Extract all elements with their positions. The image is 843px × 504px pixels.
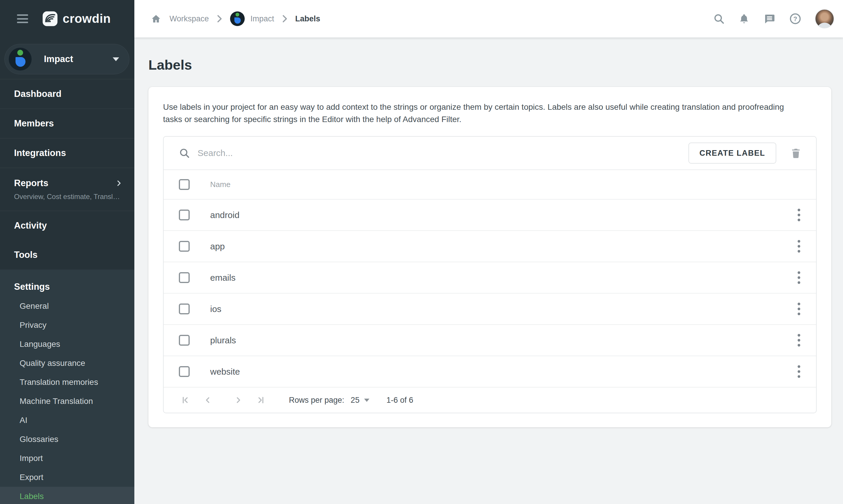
label-name: plurals [210,336,795,345]
sidebar-item-reports[interactable]: Reports Overview, Cost estimate, Transl… [0,168,134,211]
sidebar-item-tools[interactable]: Tools [0,240,134,270]
sidebar-item-machine-translation[interactable]: Machine Translation [0,392,134,411]
help-icon[interactable]: ? [789,13,802,25]
search-input[interactable] [198,148,688,158]
labels-description: Use labels in your project for an easy w… [163,101,801,126]
home-icon[interactable] [151,14,161,24]
project-name: Impact [44,54,113,65]
label-name: ios [210,304,795,314]
kebab-menu-icon[interactable] [795,268,803,287]
table-header: Name [164,169,816,199]
sidebar-item-privacy[interactable]: Privacy [0,316,134,335]
breadcrumb-project[interactable]: Impact [251,14,274,23]
magnifier-icon [179,147,190,159]
sidebar-item-quality-assurance[interactable]: Quality assurance [0,354,134,373]
sidebar-settings-section: Settings General Privacy Languages Quali… [0,270,134,504]
chevron-right-icon [217,15,222,22]
sidebar-item-export[interactable]: Export [0,468,134,487]
topbar: Workspace Impact Labels [134,0,843,37]
row-checkbox[interactable] [179,335,190,346]
page-title: Labels [148,57,831,73]
table-row[interactable]: emails [164,262,816,293]
next-page-icon[interactable] [232,393,245,407]
name-column-header: Name [210,180,230,189]
search-icon[interactable] [713,13,725,24]
sidebar-item-members[interactable]: Members [0,109,134,138]
kebab-menu-icon[interactable] [795,362,803,381]
rows-per-page-value: 25 [351,396,359,405]
row-checkbox[interactable] [179,210,190,220]
chevron-down-icon [364,399,370,402]
rows-per-page-label: Rows per page: [289,396,344,405]
row-checkbox[interactable] [179,272,190,283]
row-checkbox[interactable] [179,366,190,377]
chevron-right-icon [115,179,123,187]
settings-section-title: Settings [0,277,134,296]
project-logo-icon[interactable] [230,12,245,26]
breadcrumb-workspace[interactable]: Workspace [169,14,209,23]
chat-icon[interactable] [764,13,776,25]
rows-per-page-select[interactable]: 25 [351,396,370,405]
select-all-checkbox[interactable] [179,179,190,190]
sidebar-item-labels[interactable]: Labels [0,487,134,504]
label-name: emails [210,273,795,283]
project-logo-icon [9,48,32,71]
pagination-range: 1-6 of 6 [387,396,413,405]
trash-icon[interactable] [790,147,802,159]
breadcrumb-current-page: Labels [295,14,321,23]
page-content: Labels Use labels in your project for an… [134,37,843,504]
labels-toolbar: CREATE LABEL [164,137,816,169]
sidebar-item-activity[interactable]: Activity [0,211,134,240]
project-selector[interactable]: Impact [4,44,129,74]
sidebar-item-general[interactable]: General [0,296,134,316]
table-row[interactable]: app [164,230,816,262]
table-row[interactable]: android [164,199,816,230]
breadcrumb: Workspace Impact Labels [151,12,713,26]
chevron-right-icon [282,15,288,22]
create-label-button[interactable]: CREATE LABEL [688,143,776,164]
sidebar-item-languages[interactable]: Languages [0,335,134,354]
svg-text:?: ? [793,15,797,22]
user-avatar[interactable] [815,9,834,29]
row-checkbox[interactable] [179,304,190,314]
kebab-menu-icon[interactable] [795,300,803,318]
labels-panel: CREATE LABEL Name android app [163,136,817,413]
kebab-menu-icon[interactable] [795,237,803,255]
sidebar-item-integrations[interactable]: Integrations [0,139,134,168]
table-row[interactable]: plurals [164,324,816,356]
chevron-down-icon [113,57,119,61]
kebab-menu-icon[interactable] [795,331,803,349]
bell-icon[interactable] [738,13,750,24]
sidebar-item-glossaries[interactable]: Glossaries [0,430,134,449]
search-bar [179,147,688,159]
row-checkbox[interactable] [179,241,190,252]
reports-subtitle: Overview, Cost estimate, Transl… [14,193,123,201]
label-name: app [210,241,795,251]
hamburger-menu-icon[interactable] [17,14,28,23]
sidebar-item-import[interactable]: Import [0,449,134,468]
prev-page-icon[interactable] [201,393,215,407]
kebab-menu-icon[interactable] [795,206,803,224]
crowdin-logo-icon [42,11,58,26]
first-page-icon[interactable] [179,393,192,407]
crowdin-wordmark: crowdin [62,12,111,26]
table-row[interactable]: website [164,356,816,387]
sidebar: crowdin Impact Dashboard Members Integra… [0,0,134,504]
sidebar-item-dashboard[interactable]: Dashboard [0,79,134,109]
label-name: website [210,367,795,377]
table-row[interactable]: ios [164,293,816,324]
last-page-icon[interactable] [254,393,267,407]
main-area: Workspace Impact Labels [134,0,843,504]
labels-card: Use labels in your project for an easy w… [148,87,831,427]
sidebar-item-translation-memories[interactable]: Translation memories [0,373,134,392]
label-name: android [210,210,795,220]
sidebar-item-ai[interactable]: AI [0,411,134,430]
pagination: Rows per page: 25 1-6 of 6 [164,387,816,413]
sidebar-header: crowdin [0,0,134,37]
crowdin-logo[interactable]: crowdin [42,11,111,26]
topbar-icons: ? [713,9,834,29]
